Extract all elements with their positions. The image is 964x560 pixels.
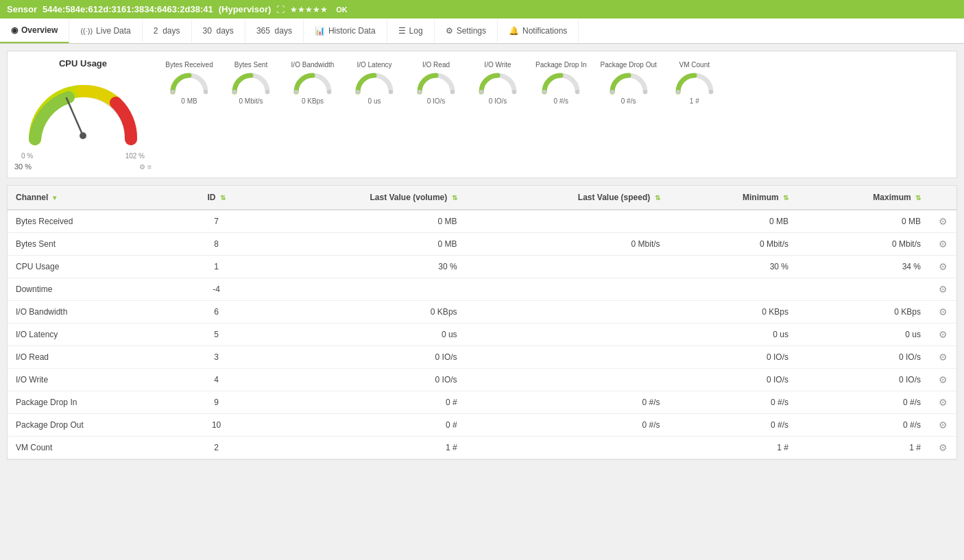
svg-point-6 [327, 90, 331, 94]
cell-maximum: 0 #/s [797, 414, 929, 437]
metric-item: Package Drop In 0 #/s [529, 58, 594, 108]
cell-last-volume: 0 KBps [252, 301, 465, 324]
cell-actions[interactable]: ⚙ [929, 346, 956, 369]
nav-item-2days[interactable]: 2 days [143, 19, 192, 42]
small-gauge-svg [354, 70, 395, 96]
svg-point-2 [204, 90, 208, 94]
cell-actions[interactable]: ⚙ [929, 324, 956, 346]
metric-value: 0 #/s [621, 97, 636, 105]
table-body: Bytes Received 7 0 MB 0 MB 0 MB ⚙ Bytes … [8, 210, 956, 459]
live-data-icon: ((·)) [80, 27, 93, 35]
nav-overview-label: Overview [21, 25, 58, 35]
cell-id: 4 [181, 369, 252, 391]
metric-value: 0 Mbit/s [239, 97, 263, 105]
metric-value: 0 #/s [553, 97, 568, 105]
svg-point-16 [643, 90, 647, 94]
maximum-sort-icon: ⇅ [915, 194, 921, 202]
header-link-icon: ⛶ [276, 5, 285, 14]
cell-actions[interactable]: ⚙ [929, 369, 956, 391]
nav-item-historic[interactable]: 📊 Historic Data [304, 19, 387, 42]
cell-maximum: 0 IO/s [797, 346, 929, 369]
table-row: CPU Usage 1 30 % 30 % 34 % ⚙ [8, 256, 956, 278]
cell-last-speed: 0 Mbit/s [466, 233, 668, 256]
cell-last-speed [466, 278, 668, 301]
th-last-speed[interactable]: Last Value (speed) ⇅ [466, 186, 668, 210]
cell-maximum: 0 IO/s [797, 369, 929, 391]
row-gear-button[interactable]: ⚙ [939, 216, 948, 227]
metric-item: Bytes Received 0 MB [158, 58, 220, 108]
cell-last-volume: 0 us [252, 324, 465, 346]
cpu-settings-icon[interactable]: ⚙ ≡ [139, 163, 152, 171]
cell-actions[interactable]: ⚙ [929, 391, 956, 414]
channel-sort-icon: ▾ [53, 194, 56, 202]
small-gauge-svg [608, 70, 649, 96]
metric-value: 0 us [368, 97, 381, 105]
th-id[interactable]: ID ⇅ [181, 186, 252, 210]
cell-actions[interactable]: ⚙ [929, 301, 956, 324]
th-last-volume[interactable]: Last Value (volume) ⇅ [252, 186, 465, 210]
th-channel[interactable]: Channel ▾ [8, 186, 181, 210]
cell-actions[interactable]: ⚙ [929, 233, 956, 256]
row-gear-button[interactable]: ⚙ [939, 397, 948, 408]
row-gear-button[interactable]: ⚙ [939, 306, 948, 317]
cell-last-volume: 30 % [252, 256, 465, 278]
row-gear-button[interactable]: ⚙ [939, 284, 948, 295]
cell-id: 3 [181, 346, 252, 369]
cell-minimum: 0 #/s [668, 414, 797, 437]
cell-id: 9 [181, 391, 252, 414]
cell-actions[interactable]: ⚙ [929, 278, 956, 301]
cell-channel: Downtime [8, 278, 181, 301]
header-status: OK [336, 5, 348, 14]
cell-last-speed [466, 301, 668, 324]
nav-notifications-label: Notifications [522, 26, 567, 36]
svg-point-14 [575, 90, 579, 94]
nav-item-settings[interactable]: ⚙ Settings [435, 19, 498, 42]
metric-name: I/O Write [484, 61, 511, 69]
row-gear-button[interactable]: ⚙ [939, 374, 948, 385]
nav-item-overview[interactable]: ◉ Overview [0, 19, 69, 43]
cell-actions[interactable]: ⚙ [929, 414, 956, 437]
metric-name: Package Drop Out [601, 61, 657, 69]
metric-item: I/O Bandwidth 0 KBps [282, 58, 344, 108]
nav-log-label: Log [409, 26, 423, 36]
cell-channel: I/O Read [8, 346, 181, 369]
cell-minimum [668, 278, 797, 301]
cell-minimum: 0 Mbit/s [668, 233, 797, 256]
th-maximum[interactable]: Maximum ⇅ [797, 186, 929, 210]
row-gear-button[interactable]: ⚙ [939, 442, 948, 453]
row-gear-button[interactable]: ⚙ [939, 419, 948, 430]
table-header-row: Channel ▾ ID ⇅ Last Value (volume) ⇅ Las… [8, 186, 956, 210]
nav-item-live-data[interactable]: ((·)) Live Data [69, 19, 142, 42]
metric-item: I/O Read 0 IO/s [405, 58, 467, 108]
row-gear-button[interactable]: ⚙ [939, 261, 948, 272]
cell-last-speed: 0 #/s [466, 391, 668, 414]
metric-name: Package Drop In [535, 61, 587, 69]
cell-actions[interactable]: ⚙ [929, 437, 956, 459]
th-minimum[interactable]: Minimum ⇅ [668, 186, 797, 210]
table-row: Package Drop Out 10 0 # 0 #/s 0 #/s 0 #/… [8, 414, 956, 437]
settings-icon: ⚙ [446, 26, 453, 36]
cpu-max-label: 102 % [125, 152, 145, 160]
metric-name: Bytes Sent [234, 61, 267, 69]
nav-item-notifications[interactable]: 🔔 Notifications [498, 19, 579, 42]
nav-item-30days[interactable]: 30 days [192, 19, 245, 42]
last-speed-sort-icon: ⇅ [655, 194, 660, 202]
row-gear-button[interactable]: ⚙ [939, 352, 948, 363]
cell-minimum: 0 IO/s [668, 369, 797, 391]
cell-actions[interactable]: ⚙ [929, 256, 956, 278]
cell-actions[interactable]: ⚙ [929, 210, 956, 233]
row-gear-button[interactable]: ⚙ [939, 329, 948, 340]
cpu-gauge-title: CPU Usage [59, 58, 107, 69]
nav-bar: ◉ Overview ((·)) Live Data 2 days 30 day… [0, 19, 964, 44]
table-row: I/O Bandwidth 6 0 KBps 0 KBps 0 KBps ⚙ [8, 301, 956, 324]
cell-channel: Bytes Sent [8, 233, 181, 256]
cell-last-speed [466, 369, 668, 391]
row-gear-button[interactable]: ⚙ [939, 239, 948, 249]
nav-item-log[interactable]: ☰ Log [387, 19, 435, 42]
table-row: Bytes Received 7 0 MB 0 MB 0 MB ⚙ [8, 210, 956, 233]
cpu-min-label: 0 % [21, 152, 33, 160]
cell-last-volume: 0 MB [252, 210, 465, 233]
nav-item-365days[interactable]: 365 days [245, 19, 304, 42]
table-row: I/O Read 3 0 IO/s 0 IO/s 0 IO/s ⚙ [8, 346, 956, 369]
cell-id: 10 [181, 414, 252, 437]
